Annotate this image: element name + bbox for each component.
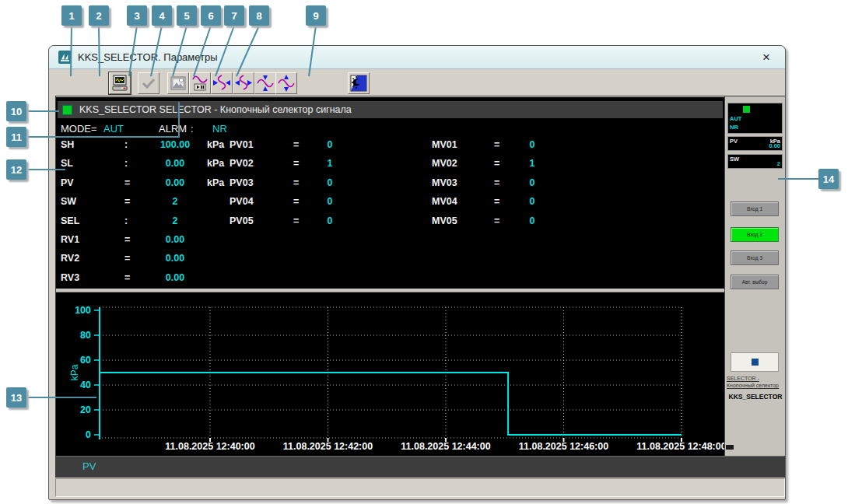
parameter-panel: KKS_SELECTOR SELECTOR - Кнопочный селект… [56,97,724,289]
param-separator: : [124,139,128,150]
param-row-SW: SW=2PV04=0MV04=0 [56,196,724,211]
svg-text:11.08.2025 12:48:00: 11.08.2025 12:48:00 [636,441,724,452]
param-row-RV2: RV2=0.00 [56,253,724,268]
confirm-button[interactable] [138,72,159,94]
param-row-PV: PV=0.00kPaPV03=0MV03=0 [56,177,724,192]
svg-text:11.08.2025 12:40:00: 11.08.2025 12:40:00 [165,441,254,452]
param-label: MV03 [432,177,457,188]
param-separator: = [494,196,499,207]
trend-chart-panel: 11.08.2025 12:40:0011.08.2025 12:42:0011… [56,292,724,457]
snapshot-button[interactable] [167,72,189,94]
selector-button-3[interactable]: Вход 3 [731,250,779,265]
trend-expand-vertical-button[interactable] [275,72,297,94]
param-separator: = [124,272,130,283]
param-value: 0.00 [146,234,204,245]
param-label: RV1 [61,234,79,245]
param-value: 0.00 [146,272,204,283]
status-indicator [62,105,72,115]
block-tag: KKS_SELECTOR [725,393,786,401]
screen-copy-icon [110,74,129,93]
svg-text:11.08.2025 12:46:00: 11.08.2025 12:46:00 [519,441,608,452]
param-separator: : [124,215,128,226]
invert-colors-button[interactable] [348,72,370,94]
invert-colors-icon [349,74,368,93]
trend-compress-vertical-icon [256,74,275,93]
callout-badge-8: 8 [249,5,269,26]
param-label: SW [61,196,76,207]
close-button[interactable]: × [757,49,776,66]
window-title: KKS_SELECTOR. Параметры [78,51,218,63]
callout-badge-10: 10 [6,101,26,121]
block-type-line1: SELECTOR - [727,376,759,381]
trend-compress-vertical-button[interactable] [254,72,276,94]
window-titlebar[interactable]: KKS_SELECTOR. Параметры × [49,46,785,69]
callout-badge-12: 12 [6,159,26,180]
param-value: 1 [322,158,338,169]
trend-chart: 11.08.2025 12:40:0011.08.2025 12:42:0011… [56,292,724,457]
callout-badge-3: 3 [127,5,147,26]
tag-header-text: KKS_SELECTOR SELECTOR - Кнопочный селект… [79,104,352,115]
param-value: 0 [322,215,338,226]
trend-legend-label: PV [82,460,96,472]
alrm-label: ALRM [159,123,187,135]
block-type-link[interactable]: SELECTOR - Кнопочный селектор [727,375,784,389]
param-separator: = [293,215,299,226]
param-value: 0 [524,215,540,226]
param-value: 0.00 [146,158,204,169]
param-label: PV [61,177,74,188]
param-separator: = [293,177,299,188]
svg-text:100: 100 [75,305,91,316]
param-separator: = [293,158,299,169]
svg-text:kPa: kPa [69,364,80,380]
selector-button-1[interactable]: Вход 1 [731,201,779,216]
callout-badge-13: 13 [6,387,26,408]
param-separator: = [124,234,130,245]
faceplate-sidebar: AUT NR PV kPa 0.00 SW 2 Вход 1Вход 2Вход… [724,96,785,456]
svg-text:11.08.2025 12:44:00: 11.08.2025 12:44:00 [401,441,490,452]
mode-value: AUT [103,123,124,135]
trend-pause-button[interactable] [189,72,211,94]
callout-badge-2: 2 [89,5,109,26]
param-separator: = [494,177,499,188]
svg-text:40: 40 [80,380,91,390]
param-separator: = [124,177,130,188]
alrm-value: NR [212,123,227,135]
trend-compress-horizontal-button[interactable] [211,72,233,94]
param-separator: : [124,158,128,169]
callout-badge-14: 14 [818,169,839,189]
param-label: RV2 [61,253,79,264]
page: 1234567891011121314 KKS_SELECTOR. Параме… [0,0,848,504]
faceplate-status-indicator [743,106,750,113]
param-label: MV04 [432,196,457,207]
selection-indicator-square [752,359,759,366]
param-unit: kPa [207,158,224,169]
svg-text:0: 0 [86,429,91,440]
selector-button-4[interactable]: Авт. выбор [731,275,779,289]
faceplate-sw-value: 2 [777,160,780,167]
callout-badge-11: 11 [6,127,26,147]
selector-button-2[interactable]: Вход 2 [731,227,779,242]
callout-badge-1: 1 [61,5,82,26]
param-separator: = [124,253,130,264]
tag-header: KKS_SELECTOR SELECTOR - Кнопочный селект… [58,101,723,118]
param-row-SH: SH:100.00kPaPV01=0MV01=0 [56,139,724,154]
param-row-SEL: SEL:2PV05=0MV05=0 [56,215,724,230]
callout-badge-4: 4 [152,5,172,26]
faceplate-sw-label: SW [730,156,739,163]
app-logo-icon [58,51,72,64]
param-label: PV01 [230,139,254,150]
param-value: 0 [322,196,338,207]
param-label: PV05 [230,215,254,226]
faceplate-pv-label: PV [730,138,738,145]
param-separator: = [494,158,499,169]
trend-pause-icon [191,74,209,93]
trend-expand-horizontal-icon [234,74,253,93]
param-label: PV04 [230,196,254,207]
param-value: 0 [524,196,540,207]
screen-copy-button[interactable] [109,72,131,94]
callout-badge-6: 6 [201,5,221,26]
svg-text:60: 60 [80,355,91,366]
callout-badge-5: 5 [177,5,197,26]
trend-expand-horizontal-button[interactable] [233,72,254,94]
param-label: RV3 [61,272,79,283]
